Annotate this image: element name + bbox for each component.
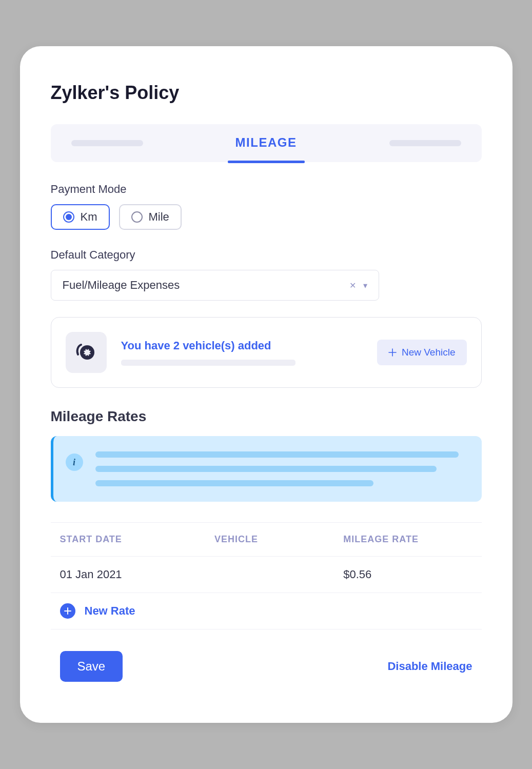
table-row[interactable]: 01 Jan 2021 $0.56 — [51, 557, 482, 593]
tab-placeholder-left[interactable] — [71, 140, 143, 146]
vehicle-panel: You have 2 vehicle(s) added New Vehicle — [51, 317, 482, 388]
table-header: START DATE VEHICLE MILEAGE RATE — [51, 522, 482, 557]
info-banner: i — [51, 436, 482, 502]
chevron-down-icon[interactable]: ▾ — [363, 281, 367, 290]
disable-mileage-link[interactable]: Disable Mileage — [387, 660, 472, 673]
radio-km-label: Km — [81, 210, 97, 224]
plus-icon — [388, 348, 397, 357]
col-start-date: START DATE — [60, 534, 215, 545]
vehicle-count-heading: You have 2 vehicle(s) added — [121, 339, 363, 352]
svg-point-6 — [84, 349, 85, 351]
svg-point-8 — [89, 349, 90, 351]
vehicle-text: You have 2 vehicle(s) added — [121, 339, 363, 366]
radio-km[interactable]: Km — [51, 204, 110, 230]
svg-point-3 — [86, 355, 88, 357]
tab-underline — [228, 161, 305, 163]
radio-mile-label: Mile — [149, 210, 169, 224]
default-category-label: Default Category — [51, 248, 482, 262]
actions-bar: Save Disable Mileage — [51, 651, 482, 682]
info-placeholder-line — [95, 466, 437, 472]
tab-label: MILEAGE — [235, 135, 297, 149]
payment-mode-group: Km Mile — [51, 204, 482, 230]
svg-point-9 — [84, 354, 85, 356]
plus-circle-icon — [60, 603, 75, 619]
tab-bar: MILEAGE — [51, 124, 482, 162]
mileage-rates-heading: Mileage Rates — [51, 408, 482, 425]
select-controls: ✕ ▾ — [349, 281, 367, 290]
col-vehicle: VEHICLE — [214, 534, 343, 545]
info-icon: i — [66, 453, 83, 471]
info-placeholder-line — [95, 451, 459, 458]
svg-point-4 — [83, 351, 84, 353]
mileage-rate-table: START DATE VEHICLE MILEAGE RATE 01 Jan 2… — [51, 522, 482, 629]
new-rate-label: New Rate — [85, 604, 135, 618]
new-rate-button[interactable]: New Rate — [51, 593, 482, 629]
info-placeholder-line — [95, 480, 373, 486]
radio-mile[interactable]: Mile — [119, 204, 182, 230]
cell-start-date: 01 Jan 2021 — [60, 568, 215, 581]
info-lines — [95, 451, 466, 486]
vehicle-placeholder-line — [121, 360, 295, 366]
save-button[interactable]: Save — [60, 651, 123, 682]
radio-circle-icon — [63, 211, 74, 223]
wheel-icon — [66, 332, 107, 373]
radio-circle-icon — [131, 211, 143, 223]
col-rate: MILEAGE RATE — [343, 534, 472, 545]
page-title: Zylker's Policy — [51, 82, 482, 104]
cell-rate: $0.56 — [343, 568, 472, 581]
tab-mileage[interactable]: MILEAGE — [235, 135, 297, 151]
clear-icon[interactable]: ✕ — [349, 281, 356, 290]
svg-point-7 — [89, 354, 90, 356]
select-value: Fuel/Mileage Expenses — [63, 279, 180, 292]
policy-card: Zylker's Policy MILEAGE Payment Mode Km … — [20, 46, 513, 723]
svg-point-2 — [86, 348, 88, 350]
payment-mode-label: Payment Mode — [51, 183, 482, 196]
new-vehicle-button[interactable]: New Vehicle — [377, 340, 467, 365]
tab-placeholder-right[interactable] — [389, 140, 461, 146]
new-vehicle-label: New Vehicle — [402, 347, 456, 358]
svg-point-5 — [89, 351, 91, 353]
default-category-select[interactable]: Fuel/Mileage Expenses ✕ ▾ — [51, 270, 379, 301]
